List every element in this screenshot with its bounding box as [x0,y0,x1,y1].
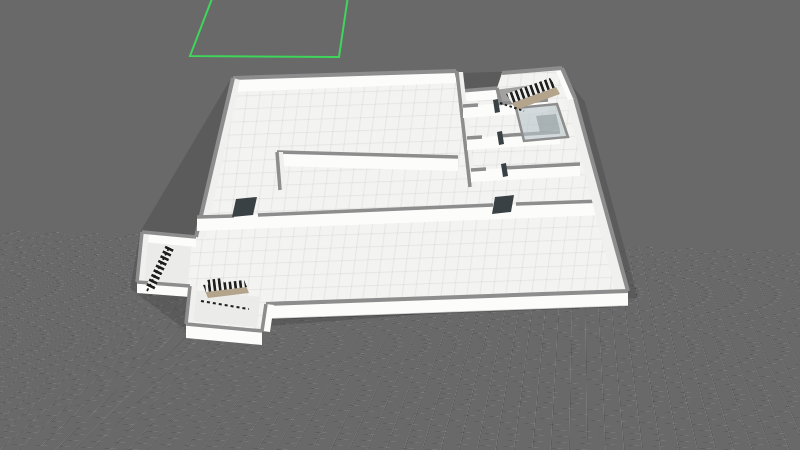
scene-overlay [0,0,800,450]
door-corridor-east [492,195,514,214]
glass-inner-shade [536,114,560,132]
3d-scene-viewport[interactable] [0,0,800,450]
building-floor-plan-model[interactable] [130,68,638,345]
selection-rectangle-wireframe [190,0,348,57]
